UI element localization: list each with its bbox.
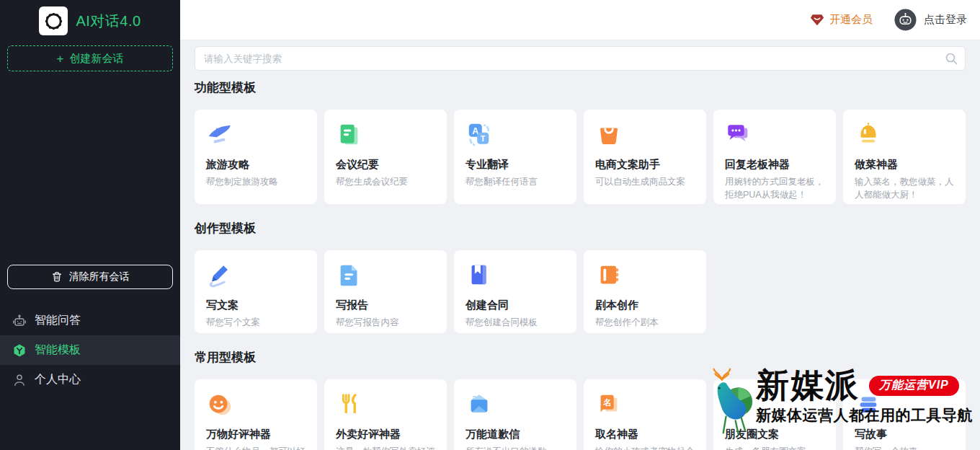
sidebar-item-personal-center[interactable]: 个人中心	[0, 365, 180, 394]
app-title: AI对话4.0	[76, 12, 141, 31]
template-card[interactable]: 写故事帮你写一个故事	[843, 379, 966, 450]
smiley-icon	[206, 391, 233, 418]
new-chat-button[interactable]: + 创建新会话	[7, 45, 173, 71]
card-title: 回复老板神器	[725, 158, 824, 171]
card-row: 旅游攻略帮您制定旅游攻略 会议纪要帮您生成会议纪要 A T 专业翻译帮您翻译任何…	[195, 110, 966, 204]
name-tag-icon: 名	[595, 391, 623, 418]
template-card[interactable]: 旅游攻略帮您制定旅游攻略	[195, 110, 317, 204]
fork-knife-icon	[336, 391, 363, 418]
vip-button[interactable]: 开通会员	[810, 13, 873, 27]
card-row: 写文案帮您写个文案 写报告帮您写报告内容 创建合同帮您创建合同模板 剧本创作帮您…	[195, 250, 966, 333]
card-title: 万能道歉信	[466, 428, 565, 441]
template-card[interactable]: 回复老板神器用婉转的方式回复老板，拒绝PUA从我做起！	[713, 110, 836, 204]
sidebar: AI对话4.0 + 创建新会话 清除所有会话 智能问答 智能模板 个人中心	[0, 0, 180, 450]
card-title: 创建合同	[466, 299, 565, 312]
hexagon-template-icon	[12, 343, 27, 358]
template-card[interactable]: 创建合同帮您创建合同模板	[454, 250, 576, 333]
sidebar-spacer	[0, 71, 180, 265]
vip-gem-icon	[810, 13, 824, 27]
card-desc: 给你的小孩或者宠物起个好	[595, 445, 695, 450]
layers-icon	[855, 391, 882, 418]
card-desc: 帮您制定旅游攻略	[206, 175, 306, 188]
topbar: 开通会员 点击登录	[180, 0, 980, 40]
template-card[interactable]: 名取名神器给你的小孩或者宠物起个好	[584, 379, 706, 450]
vip-label: 开通会员	[829, 13, 873, 27]
pen-icon	[206, 262, 233, 289]
card-desc: 帮您写个文案	[206, 316, 306, 329]
section-title: 创作型模板	[195, 221, 966, 236]
card-desc: 帮您创作个剧本	[595, 316, 695, 329]
template-card[interactable]: 朋友圈文案生成一条朋友圈文案	[713, 379, 836, 450]
template-section: 创作型模板 写文案帮您写个文案 写报告帮您写报告内容 创建合同帮您创建合同模板 …	[195, 221, 966, 333]
card-desc: 这是一款帮你写外卖好评的	[336, 445, 435, 450]
openai-logo-icon	[39, 6, 68, 35]
shopping-bag-icon	[595, 121, 623, 149]
card-desc: 帮您翻译任何语言	[466, 175, 565, 188]
translate-icon: A T	[466, 121, 493, 149]
contract-book-icon	[466, 262, 493, 289]
sidebar-item-smart-templates[interactable]: 智能模板	[0, 335, 180, 365]
plus-icon: +	[57, 53, 64, 65]
card-title: 专业翻译	[466, 158, 565, 171]
template-card[interactable]: 写文案帮您写个文案	[195, 250, 317, 333]
section-title: 功能型模板	[195, 81, 966, 95]
card-title: 会议纪要	[336, 158, 435, 171]
card-title: 朋友圈文案	[725, 428, 824, 441]
template-card[interactable]: 会议纪要帮您生成会议纪要	[324, 110, 447, 204]
template-card[interactable]: 万物好评神器不管什么物品，都可以好	[195, 379, 317, 450]
envelope-icon	[466, 391, 493, 418]
clear-all-button[interactable]: 清除所有会话	[7, 265, 173, 289]
main-area: 开通会员 点击登录	[180, 0, 980, 450]
card-title: 外卖好评神器	[336, 428, 435, 441]
app-window: AI对话4.0 + 创建新会话 清除所有会话 智能问答 智能模板 个人中心	[0, 0, 980, 450]
template-card[interactable]: A T 专业翻译帮您翻译任何语言	[454, 110, 576, 204]
new-chat-label: 创建新会话	[69, 52, 123, 66]
sidebar-menu: 智能问答 智能模板 个人中心	[0, 306, 180, 394]
chat-bubbles-icon	[725, 121, 752, 149]
card-title: 旅游攻略	[206, 158, 306, 171]
plane-icon	[206, 121, 233, 149]
template-card[interactable]: 剧本创作帮您创作个剧本	[584, 250, 706, 333]
search-input[interactable]	[195, 46, 966, 71]
card-desc: 帮您写报告内容	[336, 316, 435, 329]
svg-text:名: 名	[602, 398, 611, 407]
svg-text:T: T	[481, 135, 486, 143]
card-title: 写故事	[855, 428, 954, 441]
sidebar-item-label: 智能模板	[35, 343, 81, 358]
card-title: 电商文案助手	[595, 158, 695, 171]
template-card[interactable]: 万能道歉信所有说不出口的道歉，一键	[454, 379, 576, 450]
template-card[interactable]: 写报告帮您写报告内容	[324, 250, 447, 333]
card-desc: 帮您生成会议纪要	[336, 175, 435, 188]
template-sections: 功能型模板 旅游攻略帮您制定旅游攻略 会议纪要帮您生成会议纪要 A T 专业翻译…	[195, 81, 966, 450]
card-desc: 输入菜名，教您做菜，人人都能做大厨！	[855, 175, 954, 201]
template-card[interactable]: 做菜神器输入菜名，教您做菜，人人都能做大厨！	[843, 110, 966, 204]
login-label: 点击登录	[924, 13, 967, 27]
user-icon	[12, 373, 27, 387]
card-desc: 所有说不出口的道歉，一键	[466, 445, 565, 450]
template-card[interactable]: 电商文案助手可以自动生成商品文案	[584, 110, 706, 204]
meeting-doc-icon	[336, 121, 363, 149]
sidebar-item-label: 智能问答	[35, 313, 81, 328]
cooking-cloche-icon	[855, 121, 882, 149]
card-row: 万物好评神器不管什么物品，都可以好 外卖好评神器这是一款帮你写外卖好评的 万能道…	[195, 379, 966, 450]
card-desc: 帮你写一个故事	[855, 445, 954, 450]
clear-all-label: 清除所有会话	[69, 270, 130, 283]
card-title: 万物好评神器	[206, 428, 306, 441]
card-title: 写报告	[336, 299, 435, 312]
card-desc: 不管什么物品，都可以好	[206, 445, 306, 450]
hidden-icon	[725, 391, 752, 418]
search-icon[interactable]	[944, 51, 958, 66]
sidebar-item-smart-qa[interactable]: 智能问答	[0, 306, 180, 335]
robot-icon	[12, 314, 27, 328]
template-card[interactable]: 外卖好评神器这是一款帮你写外卖好评的	[324, 379, 447, 450]
content: 功能型模板 旅游攻略帮您制定旅游攻略 会议纪要帮您生成会议纪要 A T 专业翻译…	[180, 40, 980, 450]
card-desc: 可以自动生成商品文案	[595, 175, 695, 188]
card-desc: 用婉转的方式回复老板，拒绝PUA从我做起！	[725, 175, 824, 201]
template-section: 功能型模板 旅游攻略帮您制定旅游攻略 会议纪要帮您生成会议纪要 A T 专业翻译…	[195, 81, 966, 204]
login-button[interactable]: 点击登录	[894, 9, 967, 31]
card-title: 剧本创作	[595, 299, 695, 312]
avatar-robot-icon	[894, 9, 917, 31]
card-desc: 帮您创建合同模板	[466, 316, 565, 329]
template-section: 常用型模板 万物好评神器不管什么物品，都可以好 外卖好评神器这是一款帮你写外卖好…	[195, 350, 966, 450]
card-title: 取名神器	[595, 428, 695, 441]
